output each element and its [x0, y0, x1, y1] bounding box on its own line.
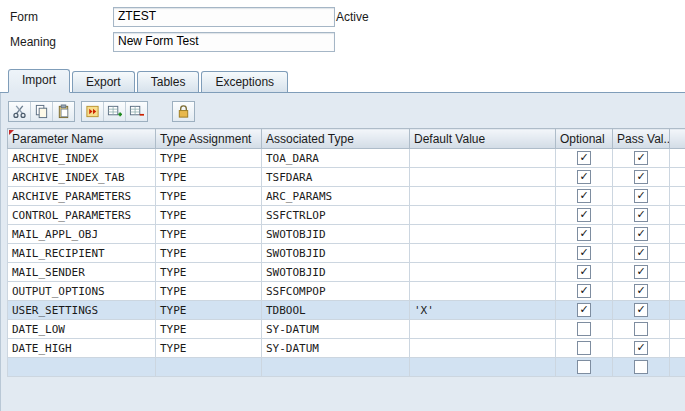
- pass-value-checkbox[interactable]: ✓: [634, 246, 648, 260]
- default-value-cell[interactable]: [410, 358, 556, 377]
- parameter-name-cell[interactable]: ARCHIVE_INDEX_TAB: [8, 168, 156, 187]
- associated-type-cell[interactable]: SY-DATUM: [262, 320, 410, 339]
- type-assignment-cell[interactable]: TYPE: [156, 301, 262, 320]
- cut-icon[interactable]: [9, 102, 31, 121]
- pass-value-checkbox[interactable]: ✓: [634, 303, 648, 317]
- column-header-parameter-name[interactable]: Parameter Name: [8, 129, 156, 149]
- tab-tables[interactable]: Tables: [137, 71, 200, 92]
- toolbar-group: [81, 101, 148, 122]
- associated-type-cell[interactable]: TDBOOL: [262, 301, 410, 320]
- associated-type-cell[interactable]: SWOTOBJID: [262, 244, 410, 263]
- parameter-name-cell[interactable]: ARCHIVE_INDEX: [8, 149, 156, 168]
- optional-checkbox[interactable]: ✓: [577, 227, 591, 241]
- filler-cell: [670, 206, 685, 225]
- column-header-type-assignment[interactable]: Type Assignment: [156, 129, 262, 149]
- column-header-associated-type[interactable]: Associated Type: [262, 129, 410, 149]
- meaning-input[interactable]: New Form Test: [113, 32, 335, 52]
- lock-icon[interactable]: [173, 102, 194, 121]
- default-value-cell[interactable]: [410, 225, 556, 244]
- column-header-optional[interactable]: Optional: [556, 129, 613, 149]
- pass-value-checkbox[interactable]: ✓: [634, 227, 648, 241]
- optional-checkbox[interactable]: ✓: [577, 170, 591, 184]
- header-row: Parameter NameType AssignmentAssociated …: [8, 129, 685, 149]
- pass-value-checkbox[interactable]: ✓: [634, 170, 648, 184]
- table-row: MAIL_APPL_OBJTYPESWOTOBJID✓✓: [8, 225, 685, 244]
- pass-value-checkbox[interactable]: ✓: [634, 151, 648, 165]
- parameter-name-cell[interactable]: [8, 358, 156, 377]
- type-assignment-cell[interactable]: TYPE: [156, 168, 262, 187]
- pass-value-checkbox[interactable]: ✓: [634, 208, 648, 222]
- optional-checkbox[interactable]: [577, 322, 591, 336]
- type-assignment-cell[interactable]: TYPE: [156, 149, 262, 168]
- parameter-name-cell[interactable]: OUTPUT_OPTIONS: [8, 282, 156, 301]
- type-assignment-cell[interactable]: TYPE: [156, 206, 262, 225]
- parameter-name-cell[interactable]: MAIL_SENDER: [8, 263, 156, 282]
- parameter-name-cell[interactable]: USER_SETTINGS: [8, 301, 156, 320]
- parameter-name-cell[interactable]: DATE_HIGH: [8, 339, 156, 358]
- tab-import[interactable]: Import: [8, 69, 70, 93]
- paste-icon[interactable]: [53, 102, 74, 121]
- column-header-pass-val[interactable]: Pass Val...: [613, 129, 670, 149]
- tab-exceptions[interactable]: Exceptions: [201, 71, 288, 92]
- type-assignment-cell[interactable]: TYPE: [156, 244, 262, 263]
- parameter-name-cell[interactable]: MAIL_RECIPIENT: [8, 244, 156, 263]
- table-row: MAIL_RECIPIENTTYPESWOTOBJID✓✓: [8, 244, 685, 263]
- type-assignment-cell[interactable]: TYPE: [156, 320, 262, 339]
- optional-checkbox[interactable]: ✓: [577, 189, 591, 203]
- column-header-filler: [670, 129, 685, 149]
- double-arrow-icon[interactable]: [82, 102, 104, 121]
- type-assignment-cell[interactable]: TYPE: [156, 225, 262, 244]
- insert-row-icon[interactable]: [104, 102, 126, 121]
- associated-type-cell[interactable]: TSFDARA: [262, 168, 410, 187]
- optional-checkbox[interactable]: ✓: [577, 303, 591, 317]
- parameter-name-cell[interactable]: DATE_LOW: [8, 320, 156, 339]
- optional-checkbox[interactable]: ✓: [577, 265, 591, 279]
- default-value-cell[interactable]: [410, 339, 556, 358]
- associated-type-cell[interactable]: TOA_DARA: [262, 149, 410, 168]
- associated-type-cell[interactable]: SWOTOBJID: [262, 225, 410, 244]
- associated-type-cell[interactable]: [262, 358, 410, 377]
- pass-value-checkbox[interactable]: [634, 360, 648, 374]
- pass-value-checkbox[interactable]: [634, 322, 648, 336]
- copy-icon[interactable]: [31, 102, 53, 121]
- tab-export[interactable]: Export: [72, 71, 135, 92]
- filler-cell: [670, 358, 685, 377]
- type-assignment-cell[interactable]: TYPE: [156, 339, 262, 358]
- default-value-cell[interactable]: 'X': [410, 301, 556, 320]
- default-value-cell[interactable]: [410, 263, 556, 282]
- type-assignment-cell[interactable]: [156, 358, 262, 377]
- column-header-default-value[interactable]: Default Value: [410, 129, 556, 149]
- parameter-table: Parameter NameType AssignmentAssociated …: [7, 128, 685, 377]
- pass-value-checkbox[interactable]: ✓: [634, 284, 648, 298]
- type-assignment-cell[interactable]: TYPE: [156, 187, 262, 206]
- optional-checkbox[interactable]: [577, 341, 591, 355]
- delete-row-icon[interactable]: [126, 102, 147, 121]
- default-value-cell[interactable]: [410, 206, 556, 225]
- associated-type-cell[interactable]: ARC_PARAMS: [262, 187, 410, 206]
- optional-checkbox[interactable]: ✓: [577, 284, 591, 298]
- default-value-cell[interactable]: [410, 282, 556, 301]
- form-input[interactable]: ZTEST: [113, 7, 335, 27]
- pass-value-checkbox[interactable]: ✓: [634, 341, 648, 355]
- optional-checkbox[interactable]: ✓: [577, 208, 591, 222]
- optional-checkbox[interactable]: [577, 360, 591, 374]
- toolbar-group: [172, 101, 195, 122]
- type-assignment-cell[interactable]: TYPE: [156, 263, 262, 282]
- optional-checkbox[interactable]: ✓: [577, 151, 591, 165]
- default-value-cell[interactable]: [410, 187, 556, 206]
- optional-checkbox[interactable]: ✓: [577, 246, 591, 260]
- associated-type-cell[interactable]: SY-DATUM: [262, 339, 410, 358]
- default-value-cell[interactable]: [410, 320, 556, 339]
- default-value-cell[interactable]: [410, 244, 556, 263]
- pass-value-checkbox[interactable]: ✓: [634, 265, 648, 279]
- associated-type-cell[interactable]: SSFCTRLOP: [262, 206, 410, 225]
- associated-type-cell[interactable]: SWOTOBJID: [262, 263, 410, 282]
- default-value-cell[interactable]: [410, 149, 556, 168]
- associated-type-cell[interactable]: SSFCOMPOP: [262, 282, 410, 301]
- parameter-name-cell[interactable]: CONTROL_PARAMETERS: [8, 206, 156, 225]
- type-assignment-cell[interactable]: TYPE: [156, 282, 262, 301]
- default-value-cell[interactable]: [410, 168, 556, 187]
- parameter-name-cell[interactable]: MAIL_APPL_OBJ: [8, 225, 156, 244]
- pass-value-checkbox[interactable]: ✓: [634, 189, 648, 203]
- parameter-name-cell[interactable]: ARCHIVE_PARAMETERS: [8, 187, 156, 206]
